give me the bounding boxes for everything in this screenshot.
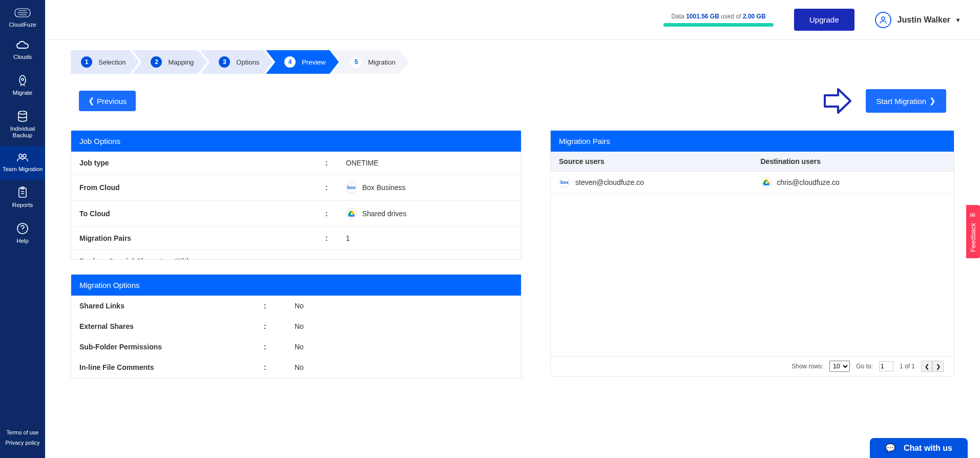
job-label: Replace Special Characters With [79, 257, 325, 259]
chevron-right-icon: ❯ [929, 96, 936, 106]
sidebar-item-individual-backup[interactable]: Individual Backup [0, 103, 45, 147]
job-row-jobtype: Job type : ONETIME [71, 152, 521, 175]
step-selection[interactable]: 1Selection [71, 50, 139, 74]
pairs-row[interactable]: box steven@cloudfuze.co chris@cloudfuze.… [551, 172, 954, 194]
job-label: Job type [79, 159, 325, 167]
data-used: 1001.56 GB [686, 13, 719, 20]
previous-button[interactable]: ❮ Previous [79, 91, 136, 111]
migration-pairs-header: Migration Pairs [551, 131, 954, 152]
migration-options-panel: Migration Options Shared Links : No Exte… [71, 274, 522, 378]
chat-widget[interactable]: 💬 Chat with us [870, 438, 968, 458]
data-total: 2.00 GB [743, 13, 766, 20]
destination-user: chris@cloudfuze.co [777, 178, 840, 186]
team-icon [16, 153, 29, 163]
start-migration-label: Start Migration [876, 97, 926, 106]
cloudfuze-logo-icon [12, 6, 33, 19]
step-preview[interactable]: 4Preview [266, 50, 339, 74]
opt-value: No [295, 322, 513, 330]
data-mid: used of [719, 13, 743, 20]
svg-point-0 [18, 111, 27, 114]
chat-label: Chat with us [904, 444, 952, 453]
opt-row-shared-links: Shared Links : No [71, 296, 521, 316]
job-options-header: Job Options [71, 131, 521, 152]
job-options-list[interactable]: Job type : ONETIME From Cloud : box Box … [71, 152, 521, 259]
col-destination-users: Destination users [753, 152, 954, 171]
rows-per-page-select[interactable]: 10 [829, 361, 850, 372]
job-value: ONETIME [346, 159, 379, 167]
svg-point-6 [882, 17, 885, 20]
data-prefix: Data [671, 13, 686, 20]
opt-label: External Shares [79, 322, 264, 330]
source-user: steven@cloudfuze.co [575, 178, 644, 186]
arrow-right-outline-icon [822, 86, 853, 116]
privacy-link[interactable]: Privacy policy [5, 438, 39, 448]
wizard-stepper: 1Selection 2Mapping 3Options 4Preview 5M… [71, 50, 954, 74]
job-label: To Cloud [79, 210, 325, 218]
data-usage: Data 1001.56 GB used of 2.00 GB [663, 13, 774, 27]
pairs-table-header: Source users Destination users [551, 152, 954, 172]
sidebar-item-label: Migrate [2, 90, 43, 97]
col-source-users: Source users [551, 152, 753, 171]
feedback-tab[interactable]: Feedback ✉ [966, 205, 980, 258]
cloud-icon [16, 40, 29, 51]
job-value: Box Business [362, 183, 406, 192]
page-info: 1 of 1 [900, 363, 915, 370]
box-icon: box [559, 177, 570, 188]
step-number: 3 [219, 56, 230, 68]
sidebar-item-clouds[interactable]: Clouds [0, 34, 45, 68]
step-label: Options [236, 58, 259, 66]
sidebar-item-label: Team Migration [2, 166, 43, 173]
job-row-tocloud: To Cloud : Shared drives [71, 201, 521, 227]
svg-point-2 [23, 154, 26, 157]
job-row-pairs: Migration Pairs : 1 [71, 227, 521, 250]
sidebar-item-label: Reports [2, 202, 43, 209]
data-usage-bar [663, 23, 774, 27]
step-number: 1 [81, 56, 92, 68]
goto-page-input[interactable] [879, 361, 893, 371]
help-icon [16, 222, 29, 235]
upgrade-button[interactable]: Upgrade [794, 9, 854, 31]
sidebar-item-reports[interactable]: Reports [0, 180, 45, 216]
brand-logo[interactable]: CloudFuze [9, 6, 36, 28]
next-page-button[interactable]: ❯ [932, 361, 944, 372]
colon: : [264, 322, 295, 330]
feedback-icon: ✉ [969, 211, 977, 219]
svg-point-1 [19, 154, 22, 157]
user-name: Justin Walker [898, 15, 950, 25]
job-value: Shared drives [362, 210, 406, 218]
pairs-table-footer: Show rows: 10 Go to: 1 of 1 ❮ ❯ [551, 356, 954, 376]
colon: : [325, 234, 346, 242]
step-migration[interactable]: 5Migration [332, 50, 408, 74]
job-options-panel: Job Options Job type : ONETIME From Clou… [71, 130, 522, 260]
box-icon: box [346, 182, 357, 193]
opt-label: In-line File Comments [79, 363, 264, 371]
chevron-down-icon: ▾ [956, 16, 960, 24]
prev-page-button[interactable]: ❮ [921, 361, 932, 372]
step-mapping[interactable]: 2Mapping [132, 50, 207, 74]
colon: : [264, 302, 295, 310]
migration-pairs-panel: Migration Pairs Source users Destination… [550, 130, 954, 377]
chevron-left-icon: ❮ [88, 96, 95, 106]
sidebar-item-team-migration[interactable]: Team Migration [0, 146, 45, 180]
chat-icon: 💬 [885, 443, 895, 453]
step-number: 2 [151, 56, 162, 68]
show-rows-label: Show rows: [791, 363, 823, 370]
sidebar: CloudFuze Clouds Migrate Individual Back… [0, 0, 45, 458]
user-avatar-icon [875, 12, 891, 28]
opt-label: Sub-Folder Permissions [79, 343, 264, 351]
start-migration-button[interactable]: Start Migration ❯ [866, 89, 946, 113]
terms-link[interactable]: Terms of use [5, 427, 39, 438]
opt-row-subfolder-permissions: Sub-Folder Permissions : No [71, 337, 521, 357]
colon: : [325, 210, 346, 218]
sidebar-item-help[interactable]: Help [0, 216, 45, 252]
opt-row-inline-comments: In-line File Comments : No [71, 357, 521, 378]
opt-value: No [295, 363, 513, 371]
step-label: Preview [302, 58, 325, 66]
database-icon [16, 110, 29, 122]
user-menu[interactable]: Justin Walker ▾ [875, 12, 960, 28]
colon: : [325, 257, 346, 259]
feedback-label: Feedback [969, 223, 977, 252]
step-options[interactable]: 3Options [200, 50, 273, 74]
sidebar-item-migrate[interactable]: Migrate [0, 68, 45, 103]
header-bar: Data 1001.56 GB used of 2.00 GB Upgrade … [45, 0, 980, 40]
